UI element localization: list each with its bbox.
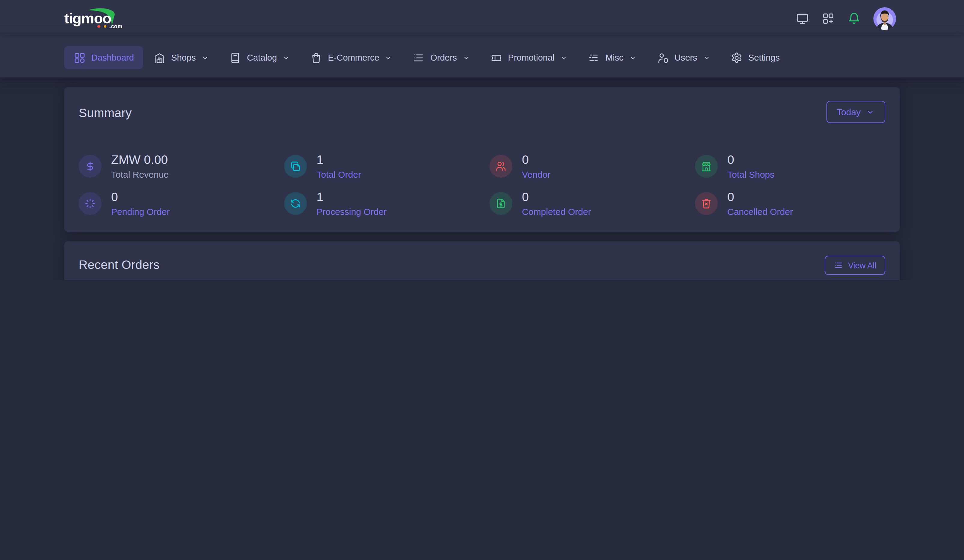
- copy-icon: [284, 155, 307, 178]
- dashboard-page: tigmoo .com DashboardShopsCatalogE-Comme…: [0, 0, 964, 280]
- users-icon: [490, 155, 512, 178]
- nav-item-label: Promotional: [508, 53, 555, 62]
- list-icon: [412, 51, 425, 64]
- stat-label: Total Revenue: [111, 169, 169, 181]
- user-avatar[interactable]: [873, 7, 896, 30]
- view-all-label: View All: [848, 261, 876, 270]
- bag-icon: [310, 51, 322, 64]
- book-icon: [229, 51, 241, 64]
- stat-label[interactable]: Cancelled Order: [727, 206, 793, 218]
- nav-item-label: Settings: [748, 53, 780, 62]
- nav-item-dashboard[interactable]: Dashboard: [64, 46, 143, 69]
- bell-icon[interactable]: [847, 12, 860, 25]
- stat-processing-order: 1Processing Order: [284, 189, 490, 218]
- nav-item-misc[interactable]: Misc: [578, 46, 646, 69]
- main-navigation: DashboardShopsCatalogE-CommerceOrdersPro…: [0, 37, 964, 78]
- stat-text: 1Total Order: [316, 152, 361, 181]
- chevron-down-icon: [384, 53, 393, 62]
- stat-label[interactable]: Total Order: [316, 169, 361, 181]
- summary-title: Summary: [79, 104, 132, 122]
- tigmoo-logo[interactable]: tigmoo .com: [64, 0, 130, 37]
- stat-total-revenue: ZMW 0.00Total Revenue: [79, 152, 284, 181]
- nav-item-label: Orders: [430, 53, 457, 62]
- summary-card: Summary Today ZMW 0.00Total Revenue1Tota…: [64, 87, 900, 232]
- recent-orders-card: Recent Orders View All TRACKING NUMBERCU…: [64, 241, 900, 280]
- stat-value: 1: [316, 189, 386, 204]
- refresh-icon: [284, 192, 307, 215]
- stat-value: 0: [522, 152, 550, 167]
- chevron-down-icon: [200, 53, 210, 62]
- list-icon: [834, 260, 843, 270]
- nav-item-shops[interactable]: Shops: [144, 46, 219, 69]
- stat-text: ZMW 0.00Total Revenue: [111, 152, 169, 181]
- topbar-actions: [796, 7, 900, 30]
- stat-total-shops: 0Total Shops: [695, 152, 900, 181]
- top-header-bar: tigmoo .com: [0, 0, 964, 37]
- stat-text: 0Cancelled Order: [727, 189, 793, 218]
- nav-item-orders[interactable]: Orders: [403, 46, 480, 69]
- stat-label[interactable]: Vendor: [522, 169, 550, 181]
- stat-label[interactable]: Processing Order: [316, 206, 386, 218]
- logo-tld: .com: [109, 23, 122, 29]
- stat-cancelled-order: 0Cancelled Order: [695, 189, 900, 218]
- gear-icon: [730, 51, 743, 64]
- stat-label[interactable]: Pending Order: [111, 206, 170, 218]
- user-shield-icon: [656, 51, 669, 64]
- page-content: Summary Today ZMW 0.00Total Revenue1Tota…: [64, 87, 900, 280]
- stat-value: 0: [522, 189, 591, 204]
- ticket-icon: [490, 51, 503, 64]
- stat-text: 0Total Shops: [727, 152, 775, 181]
- logo-wordmark: tigmoo: [64, 11, 111, 26]
- nav-item-label: Catalog: [247, 53, 277, 62]
- recent-orders-title: Recent Orders: [79, 256, 160, 274]
- stat-text: 0Completed Order: [522, 189, 591, 218]
- stat-text: 1Processing Order: [316, 189, 386, 218]
- nav-item-users[interactable]: Users: [648, 46, 720, 69]
- stat-label[interactable]: Completed Order: [522, 206, 591, 218]
- stat-vendor: 0Vendor: [490, 152, 695, 181]
- stat-value: 0: [727, 152, 775, 167]
- store-icon: [695, 155, 718, 178]
- nav-item-label: Users: [674, 53, 697, 62]
- file-dollar-icon: [490, 192, 512, 215]
- nav-item-catalog[interactable]: Catalog: [220, 46, 300, 69]
- nav-item-label: Dashboard: [91, 53, 134, 62]
- nav-item-label: Shops: [171, 53, 196, 62]
- chevron-down-icon: [866, 107, 875, 117]
- grid-icon: [73, 51, 86, 64]
- loader-icon: [79, 192, 101, 215]
- nav-item-settings[interactable]: Settings: [721, 46, 789, 69]
- stat-label[interactable]: Total Shops: [727, 169, 775, 181]
- trash-x-icon: [695, 192, 718, 215]
- sliders-icon: [588, 51, 600, 64]
- stat-value: 0: [727, 189, 793, 204]
- chevron-down-icon: [702, 53, 711, 62]
- grid-plus-icon[interactable]: [821, 12, 835, 25]
- date-range-label: Today: [837, 107, 861, 117]
- chevron-down-icon: [559, 53, 568, 62]
- chevron-down-icon: [462, 53, 471, 62]
- nav-item-promotional[interactable]: Promotional: [481, 46, 578, 69]
- shop-home-icon: [153, 51, 166, 64]
- nav-item-label: Misc: [606, 53, 624, 62]
- stat-text: 0Vendor: [522, 152, 550, 181]
- monitor-icon[interactable]: [796, 12, 809, 25]
- stat-pending-order: 0Pending Order: [79, 189, 284, 218]
- view-all-button[interactable]: View All: [825, 256, 885, 275]
- nav-item-label: E-Commerce: [328, 53, 379, 62]
- dollar-icon: [79, 155, 101, 178]
- chevron-down-icon: [628, 53, 637, 62]
- stat-total-order: 1Total Order: [284, 152, 490, 181]
- stat-value: 0: [111, 189, 170, 204]
- date-range-button[interactable]: Today: [826, 101, 885, 123]
- logo-dot-red: [97, 25, 100, 28]
- chevron-down-icon: [282, 53, 291, 62]
- stat-completed-order: 0Completed Order: [490, 189, 695, 218]
- stat-value: ZMW 0.00: [111, 152, 169, 167]
- nav-item-e-commerce[interactable]: E-Commerce: [301, 46, 402, 69]
- stat-value: 1: [316, 152, 361, 167]
- stat-text: 0Pending Order: [111, 189, 170, 218]
